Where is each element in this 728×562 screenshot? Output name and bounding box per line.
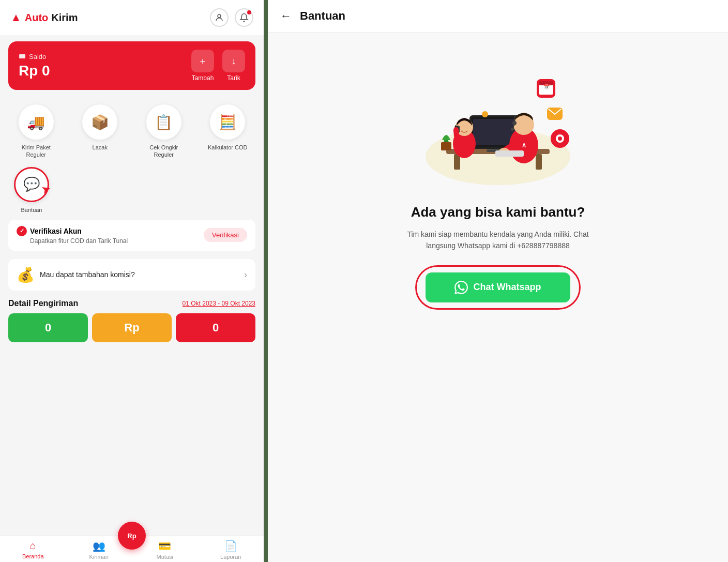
logo-text-kirim: Kirim <box>51 12 78 24</box>
stat-orange: Rp <box>92 313 172 342</box>
menu-lacak[interactable]: 📦 Lacak <box>77 104 123 159</box>
saldo-label: Saldo <box>19 53 50 60</box>
check-icon: ✓ <box>17 226 27 236</box>
svg-rect-30 <box>441 142 451 150</box>
kiriman-label: Kiriman <box>89 554 109 560</box>
mutasi-label: Mutasi <box>157 554 173 560</box>
beranda-icon: ⌂ <box>30 540 36 552</box>
laporan-label: Laporan <box>220 554 241 560</box>
left-panel: ▲ AutoKirim Saldo Rp 0 <box>0 0 264 562</box>
app-header: ▲ AutoKirim <box>0 0 264 35</box>
tambah-icon: ＋ <box>191 50 214 72</box>
svg-point-14 <box>511 128 514 131</box>
menu-kirim[interactable]: 🚚 Kirim PaketReguler <box>13 104 59 159</box>
profile-button[interactable] <box>210 8 229 27</box>
whatsapp-label: Chat Whatsapp <box>473 282 541 293</box>
kalkulator-label: Kalkulator COD <box>208 144 247 151</box>
nav-laporan[interactable]: 📄 Laporan <box>198 540 264 560</box>
fab-rp-button[interactable]: Rp <box>118 522 146 550</box>
komisi-card[interactable]: 💰 Mau dapat tambahan komisi? › <box>8 259 255 291</box>
cek-icon-circle: 📋 <box>146 104 181 140</box>
back-button[interactable]: ← <box>280 9 292 23</box>
whatsapp-button[interactable]: Chat Whatsapp <box>426 272 570 302</box>
bantuan-header: ← Bantuan <box>268 0 728 33</box>
logo-text-auto: Auto <box>25 12 49 24</box>
tarik-icon: ↓ <box>222 50 245 72</box>
tarik-button[interactable]: ↓ Tarik <box>222 50 245 82</box>
kiriman-icon: 👥 <box>93 540 105 552</box>
nav-beranda[interactable]: ⌂ Beranda <box>0 540 66 560</box>
verifikasi-button[interactable]: Verifikasi <box>204 228 247 242</box>
stat-green: 0 <box>8 313 88 342</box>
mutasi-icon: 💳 <box>158 540 171 552</box>
laporan-icon: 📄 <box>224 540 237 552</box>
saldo-info: Saldo Rp 0 <box>19 53 50 79</box>
lacak-label: Lacak <box>93 144 108 151</box>
bantuan-content: A 📅 <box>268 33 728 562</box>
kirim-icon-circle: 🚚 <box>19 104 54 140</box>
support-illustration: A 📅 <box>415 53 581 188</box>
svg-point-29 <box>482 111 488 117</box>
whatsapp-icon <box>454 281 468 294</box>
verifikasi-title: ✓ Verifikasi Akun <box>17 226 128 236</box>
logo-icon: ▲ <box>10 11 22 24</box>
detail-title: Detail Pengiriman <box>8 299 78 308</box>
help-heading: Ada yang bisa kami bantu? <box>411 204 585 220</box>
verifikasi-info: ✓ Verifikasi Akun Dapatkan fitur COD dan… <box>17 226 128 245</box>
detail-header: Detail Pengiriman 01 Okt 2023 - 09 Okt 2… <box>8 299 255 308</box>
saldo-actions: ＋ Tambah ↓ Tarik <box>191 50 245 82</box>
tambah-label: Tambah <box>192 74 214 82</box>
saldo-amount: Rp 0 <box>19 63 50 79</box>
panel-divider <box>264 0 268 562</box>
menu-bantuan[interactable]: 💬 Bantuan ➤ <box>8 167 55 214</box>
notification-dot <box>247 10 251 14</box>
detail-date[interactable]: 01 Okt 2023 - 09 Okt 2023 <box>183 300 255 307</box>
svg-rect-1 <box>19 54 25 58</box>
tarik-label: Tarik <box>227 74 240 82</box>
komisi-text: Mau dapat tambahan komisi? <box>40 270 135 279</box>
chevron-right-icon: › <box>244 269 247 280</box>
komisi-icon: 💰 <box>17 266 35 283</box>
stats-row: 0 Rp 0 <box>8 313 255 342</box>
stat-red: 0 <box>176 313 255 342</box>
detail-pengiriman: Detail Pengiriman 01 Okt 2023 - 09 Okt 2… <box>8 299 255 342</box>
svg-rect-16 <box>495 150 524 157</box>
beranda-label: Beranda <box>22 553 44 559</box>
menu-cek-ongkir[interactable]: 📋 Cek OngkirReguler <box>141 104 187 159</box>
cek-label: Cek OngkirReguler <box>149 144 178 159</box>
svg-text:A: A <box>522 143 526 148</box>
secondary-menu: 💬 Bantuan ➤ <box>0 163 264 216</box>
verifikasi-card: ✓ Verifikasi Akun Dapatkan fitur COD dan… <box>8 220 255 251</box>
right-panel: ← Bantuan <box>268 0 728 562</box>
saldo-card: Saldo Rp 0 ＋ Tambah ↓ Tarik <box>8 41 255 90</box>
kirim-label: Kirim PaketReguler <box>22 144 51 159</box>
svg-text:📅: 📅 <box>543 83 550 90</box>
svg-point-13 <box>512 121 517 125</box>
lacak-icon-circle: 📦 <box>82 104 117 140</box>
svg-point-0 <box>218 14 221 18</box>
menu-kalkulator[interactable]: 🧮 Kalkulator COD <box>204 104 251 159</box>
komisi-left: 💰 Mau dapat tambahan komisi? <box>17 266 135 283</box>
main-menu: 🚚 Kirim PaketReguler 📦 Lacak 📋 Cek Ongki… <box>0 96 264 163</box>
verifikasi-subtitle: Dapatkan fitur COD dan Tarik Tunai <box>30 237 128 245</box>
svg-point-28 <box>558 136 562 141</box>
help-description: Tim kami siap membantu kendala yang Anda… <box>400 229 596 252</box>
svg-rect-5 <box>536 154 542 170</box>
kalkulator-icon-circle: 🧮 <box>210 104 245 140</box>
bantuan-label: Bantuan <box>21 206 42 214</box>
app-logo: ▲ AutoKirim <box>10 11 78 24</box>
notification-button[interactable] <box>235 8 253 27</box>
tambah-button[interactable]: ＋ Tambah <box>191 50 214 82</box>
header-icons <box>210 8 253 27</box>
whatsapp-button-wrapper: Chat Whatsapp <box>426 272 570 302</box>
bantuan-page-title: Bantuan <box>300 9 345 23</box>
